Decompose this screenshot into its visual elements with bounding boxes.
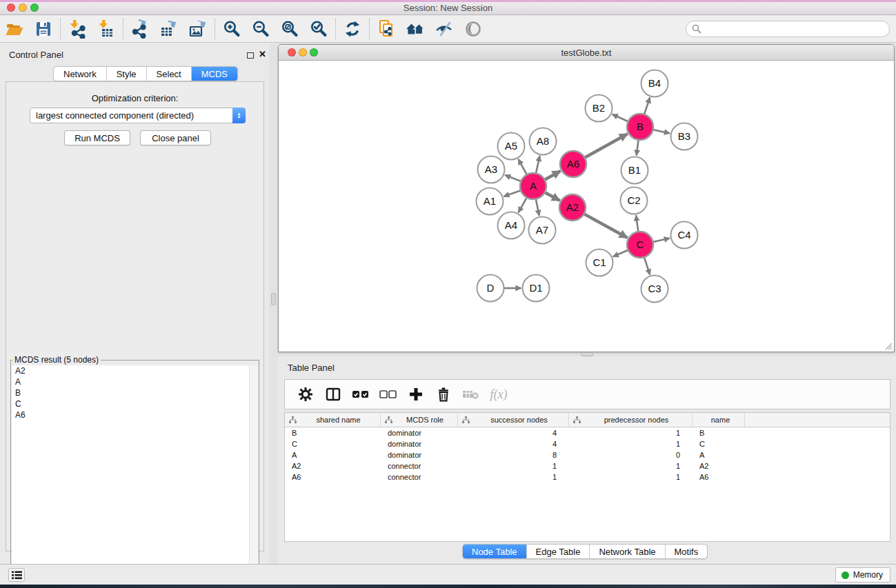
graph-node-A2[interactable]: A2 bbox=[559, 194, 586, 221]
tab-style[interactable]: Style bbox=[107, 67, 147, 81]
graph-edge-A-A8[interactable] bbox=[536, 156, 540, 173]
column-header-name[interactable]: name bbox=[693, 413, 745, 427]
cell[interactable]: connector bbox=[381, 473, 458, 481]
graph-node-A4[interactable]: A4 bbox=[498, 212, 525, 239]
table-tab-motifs[interactable]: Motifs bbox=[666, 545, 708, 558]
show-columns-button[interactable] bbox=[319, 383, 347, 406]
cell[interactable]: B bbox=[285, 429, 381, 437]
graph-node-A7[interactable]: A7 bbox=[529, 217, 556, 244]
graph-node-A3[interactable]: A3 bbox=[478, 156, 505, 183]
graph-node-A6[interactable]: A6 bbox=[560, 151, 586, 177]
table-row[interactable]: Bdominator41B bbox=[285, 427, 890, 438]
column-header-shared-name[interactable]: shared name bbox=[285, 413, 381, 427]
table-tab-network-table[interactable]: Network Table bbox=[590, 545, 665, 558]
graph-edge-C-C4[interactable] bbox=[653, 239, 670, 242]
hide-graphics-details-button[interactable] bbox=[430, 18, 459, 40]
import-table-button[interactable] bbox=[92, 18, 121, 40]
table-tab-node-table[interactable]: Node Table bbox=[463, 545, 527, 558]
select-all-button[interactable] bbox=[347, 383, 375, 406]
graph-edge-A-A5[interactable] bbox=[518, 159, 526, 175]
graph-node-B2[interactable]: B2 bbox=[586, 95, 613, 122]
graph-node-C4[interactable]: C4 bbox=[671, 222, 698, 249]
tab-mcds[interactable]: MCDS bbox=[192, 67, 237, 81]
cell[interactable]: A bbox=[693, 451, 745, 459]
tab-select[interactable]: Select bbox=[147, 67, 192, 81]
graph-node-C3[interactable]: C3 bbox=[641, 276, 668, 303]
column-header-successor-nodes[interactable]: successor nodes bbox=[458, 413, 569, 427]
cell[interactable]: A bbox=[285, 451, 381, 459]
table-row[interactable]: A2connector11A2 bbox=[285, 460, 890, 472]
cell[interactable]: 1 bbox=[569, 462, 693, 470]
export-image-button[interactable] bbox=[183, 18, 212, 40]
zoom-in-button[interactable] bbox=[217, 18, 246, 40]
graph-node-C[interactable]: C bbox=[627, 232, 653, 258]
cell[interactable]: A6 bbox=[693, 473, 745, 481]
float-panel-icon[interactable] bbox=[247, 52, 254, 59]
graph-node-A1[interactable]: A1 bbox=[477, 188, 504, 215]
network-canvas[interactable]: B4B2BB3A5A8A6B1A3AA1C2A2A4A7C4CC1C3DD1 bbox=[279, 61, 894, 352]
home-button[interactable] bbox=[401, 18, 430, 40]
graph-node-D1[interactable]: D1 bbox=[523, 275, 550, 302]
import-network-button[interactable] bbox=[63, 18, 92, 40]
graph-edge-A-A6[interactable] bbox=[545, 171, 561, 180]
graph-edge-B-B4[interactable] bbox=[644, 97, 650, 114]
graph-edge-C-C1[interactable] bbox=[613, 250, 628, 257]
refresh-layout-button[interactable] bbox=[338, 18, 367, 40]
vertical-split-handle[interactable] bbox=[271, 293, 276, 305]
graph-node-B3[interactable]: B3 bbox=[671, 123, 698, 150]
cell[interactable]: 4 bbox=[458, 429, 569, 437]
open-file-button[interactable] bbox=[0, 18, 29, 40]
table-settings-button[interactable] bbox=[292, 383, 319, 406]
graph-edge-B-B1[interactable] bbox=[637, 140, 639, 156]
memory-button[interactable]: Memory bbox=[835, 567, 890, 582]
table-tab-edge-table[interactable]: Edge Table bbox=[527, 545, 590, 558]
zoom-fit-button[interactable] bbox=[275, 18, 304, 40]
clone-network-button[interactable] bbox=[372, 18, 401, 40]
cell[interactable]: 0 bbox=[569, 451, 693, 459]
cell[interactable]: 1 bbox=[569, 440, 693, 448]
table-row[interactable]: Adominator80A bbox=[285, 449, 890, 460]
close-panel-icon[interactable]: ✕ bbox=[259, 49, 266, 59]
result-item[interactable]: A6 bbox=[12, 409, 258, 420]
node-table[interactable]: shared nameMCDS rolesuccessor nodesprede… bbox=[284, 412, 890, 542]
graph-edge-A6-B[interactable] bbox=[585, 134, 628, 158]
graph-node-B[interactable]: B bbox=[627, 114, 653, 140]
cell[interactable]: A2 bbox=[285, 462, 381, 470]
graph-node-A[interactable]: A bbox=[520, 173, 546, 199]
graph-node-C2[interactable]: C2 bbox=[621, 187, 648, 214]
result-item[interactable]: B bbox=[12, 387, 258, 398]
cell[interactable]: C bbox=[693, 440, 745, 448]
table-row[interactable]: A6connector11A6 bbox=[285, 472, 890, 483]
cell[interactable]: C bbox=[285, 440, 381, 448]
deselect-all-button[interactable] bbox=[375, 383, 402, 406]
close-panel-button[interactable]: Close panel bbox=[140, 130, 211, 145]
export-network-button[interactable] bbox=[126, 18, 155, 40]
graph-edge-A-A7[interactable] bbox=[536, 199, 539, 216]
optimization-criterion-dropdown[interactable]: largest connected component (directed) ▲… bbox=[30, 108, 246, 123]
cell[interactable]: 1 bbox=[458, 462, 569, 470]
run-mcds-button[interactable]: Run MCDS bbox=[64, 130, 130, 145]
search-input[interactable] bbox=[686, 21, 890, 37]
save-session-button[interactable] bbox=[29, 18, 58, 40]
cell[interactable]: A2 bbox=[693, 462, 745, 470]
cell[interactable]: B bbox=[693, 429, 745, 437]
cell[interactable]: dominator bbox=[381, 451, 458, 459]
graph-edge-C-C2[interactable] bbox=[636, 215, 638, 232]
resize-grip[interactable] bbox=[883, 341, 893, 350]
result-item[interactable]: A bbox=[12, 376, 258, 387]
delete-table-button[interactable] bbox=[457, 383, 485, 406]
mcds-result-list[interactable]: A2ABCA6 bbox=[12, 365, 258, 588]
cell[interactable]: dominator bbox=[381, 440, 458, 448]
zoom-out-button[interactable] bbox=[246, 18, 275, 40]
birdseye-view-button[interactable] bbox=[459, 18, 488, 40]
cell[interactable]: 8 bbox=[458, 451, 569, 459]
graph-node-C1[interactable]: C1 bbox=[586, 250, 613, 276]
graph-edge-A2-C[interactable] bbox=[584, 214, 628, 238]
column-header-MCDS-role[interactable]: MCDS role bbox=[381, 413, 458, 427]
graph-edge-B-B2[interactable] bbox=[613, 114, 628, 121]
graph-node-A8[interactable]: A8 bbox=[530, 128, 557, 155]
result-item[interactable]: C bbox=[12, 398, 258, 409]
graph-edge-A-A3[interactable] bbox=[505, 175, 521, 181]
network-window-titlebar[interactable]: testGlobe.txt bbox=[279, 45, 894, 61]
cell[interactable]: 1 bbox=[458, 473, 569, 481]
